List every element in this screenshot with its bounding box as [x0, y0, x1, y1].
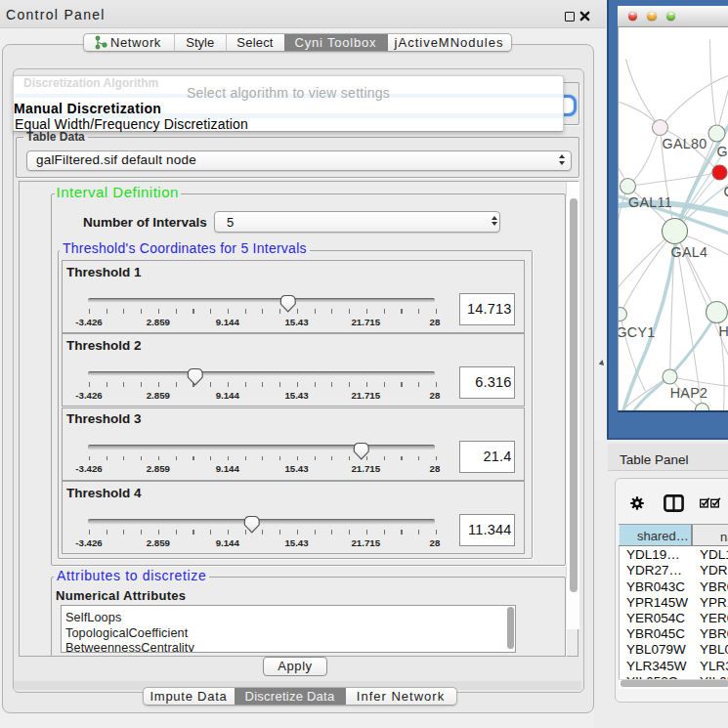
- svg-text:GCY1: GCY1: [618, 323, 656, 339]
- svg-text:GAL4: GAL4: [670, 243, 707, 259]
- svg-text:GAL80: GAL80: [662, 135, 707, 150]
- svg-text:CR: CR: [723, 183, 728, 198]
- svg-text:HI: HI: [718, 322, 728, 338]
- svg-text:GA: GA: [716, 143, 728, 158]
- svg-text:GAL11: GAL11: [628, 193, 672, 209]
- svg-text:HAP2: HAP2: [669, 384, 707, 400]
